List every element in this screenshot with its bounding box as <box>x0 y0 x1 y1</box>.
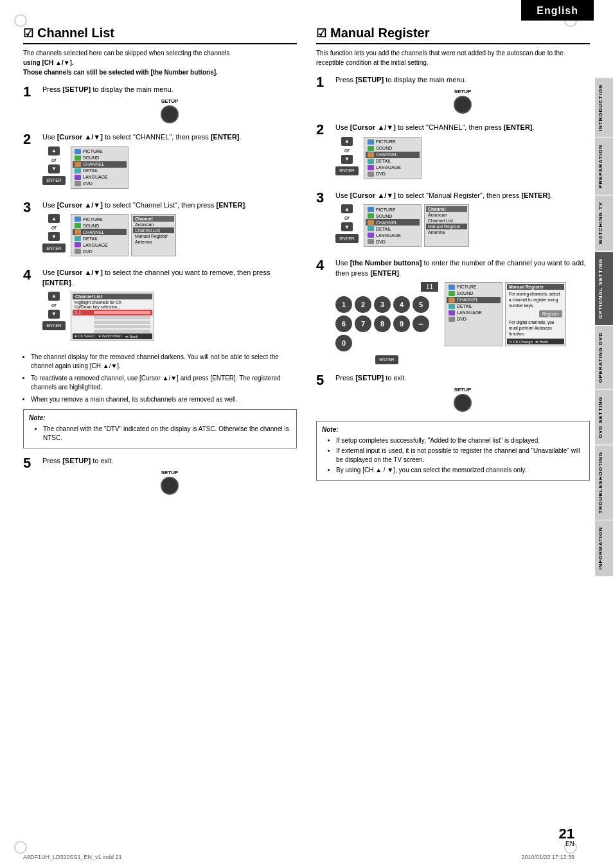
sidebar-item-operating-dvd[interactable]: OPERATING DVD <box>595 325 613 389</box>
step-4-right: 4 Use [the Number buttons] to enter the … <box>316 258 590 364</box>
register-btn-wrap: Register <box>507 310 564 318</box>
m3-language: LANGUAGE <box>73 242 127 248</box>
btn-4[interactable]: 4 <box>393 296 410 313</box>
step-3-left: 3 Use [Cursor ▲/▼] to select "Channel Li… <box>23 200 297 259</box>
btn-5[interactable]: 5 <box>413 296 429 313</box>
note-item-r3: By using [CH ▲ / ▼], you can select the … <box>336 466 584 475</box>
m3-sound: SOUND <box>73 222 127 229</box>
enter-key-2r: ENTER <box>335 166 359 175</box>
enter-key-3: ENTER <box>42 244 66 252</box>
step-4r-content: Use [the Number buttons] to enter the nu… <box>335 258 590 364</box>
nav-cluster-4: ▲ or ▼ ENTER <box>42 292 66 330</box>
step-2-content: Use [Cursor ▲/▼] to select "CHANNEL", th… <box>42 132 297 191</box>
arrow-down-3: ▼ <box>48 232 60 241</box>
ch-row-3 <box>73 320 152 324</box>
btn-1[interactable]: 1 <box>335 296 352 313</box>
step-5r-content: Press [SETUP] to exit. SETUP <box>335 373 590 412</box>
m3-picture: PICTURE <box>73 216 127 222</box>
channel-list-footer: ● Ch Select ● Watch/Skip ⬅ Back <box>73 333 152 339</box>
sidebar-item-introduction[interactable]: INTRODUCTION <box>595 77 613 137</box>
page-footer: A9DF1UH_LD320SS1_EN_v1.indd 21 2010/01/2… <box>23 854 574 860</box>
manual-reg-screen-area: PICTURE SOUND CHANNEL DETAIL LANGUAGE DV… <box>445 282 566 346</box>
step-1-left: 1 Press [SETUP] to display the main menu… <box>23 85 297 123</box>
submenu-antenna-3r: Antenna <box>426 229 467 235</box>
step-4r-illustration: 11 1 2 3 4 5 6 7 8 9 – <box>335 282 590 364</box>
btn-3[interactable]: 3 <box>374 296 391 313</box>
m2r-language: LANGUAGE <box>366 164 420 171</box>
step-2r-illustration: ▲ or ▼ ENTER PICTURE SOUND CHANNEL DETAI… <box>335 137 590 179</box>
setup-label-1r: SETUP <box>454 89 472 94</box>
sidebar-item-optional-setting[interactable]: OPTIONAL SETTING <box>595 251 613 325</box>
detail-icon <box>75 168 81 173</box>
submenu-channellist-3r: Channel List <box>426 218 467 224</box>
menu-screen-4r: PICTURE SOUND CHANNEL DETAIL LANGUAGE DV… <box>445 282 502 346</box>
m3r-picture: PICTURE <box>366 206 420 213</box>
btn-9[interactable]: 9 <box>393 315 410 332</box>
or-label-4: or <box>51 302 57 308</box>
step-3r-screens: PICTURE SOUND CHANNEL DETAIL LANGUAGE DV… <box>364 204 469 247</box>
menu-item-language: LANGUAGE <box>73 174 127 181</box>
step-3-illustration: ▲ or ▼ ENTER PICTURE SOUND CHANNEL DETAI… <box>42 214 297 256</box>
menu-item-dvd: DVD <box>73 181 127 187</box>
ms4r-picture: PICTURE <box>447 284 501 290</box>
sidebar-item-troubleshooting[interactable]: TROUBLESHOOTING <box>595 445 613 520</box>
btn-7[interactable]: 7 <box>355 315 371 332</box>
arrow-down-3r: ▼ <box>341 222 353 231</box>
corner-mark-bl <box>14 841 27 854</box>
setup-button-illustration: SETUP <box>42 98 297 123</box>
sidebar-item-information[interactable]: INFORMATION <box>595 520 613 576</box>
btn-2[interactable]: 2 <box>355 296 371 313</box>
ms4r-language: LANGUAGE <box>447 310 501 316</box>
register-button[interactable]: Register <box>539 310 562 317</box>
nav-cluster-2: ▲ or ▼ ENTER <box>42 146 66 185</box>
step-1-text: Press [SETUP] to display the main menu. <box>42 85 297 94</box>
sound-icon <box>75 155 81 161</box>
manual-reg-footer: ⇅ Ch Change ⬅ Back <box>507 339 564 344</box>
arrow-up-2: ▲ <box>48 146 60 155</box>
enter-key-4: ENTER <box>42 321 66 330</box>
or-label-3: or <box>51 224 57 231</box>
enter-key-2: ENTER <box>42 176 66 185</box>
main-content: ☑ Channel List The channels selected her… <box>23 26 590 504</box>
sidebar-item-dvd-setting[interactable]: DVD SETTING <box>595 389 613 445</box>
m3r-dvd: DVD <box>366 238 420 245</box>
bullet-1: The channel display for the removed chan… <box>31 353 297 371</box>
step-4-illustration: ▲ or ▼ ENTER Channel List Highlight chan… <box>42 292 297 341</box>
enter-key-4r[interactable]: ENTER <box>375 355 398 364</box>
arrow-up-2r: ▲ <box>341 137 353 146</box>
channel-submenu-title-3r: Channel <box>426 206 467 212</box>
channel-list-bullets: The channel display for the removed chan… <box>23 353 297 404</box>
m2r-dvd: DVD <box>366 171 420 177</box>
step-3r-illustration: ▲ or ▼ ENTER PICTURE SOUND CHANNEL DETAI… <box>335 204 590 247</box>
step-number-3r: 3 <box>316 191 330 205</box>
ms4r-detail: DETAIL <box>447 303 501 310</box>
btn-6[interactable]: 6 <box>335 315 352 332</box>
step-number-5-left: 5 <box>23 456 37 470</box>
note-title-right: Note: <box>322 425 584 434</box>
setup-label-5: SETUP <box>161 470 179 475</box>
ch-row-5 <box>73 329 152 333</box>
m3r-channel: CHANNEL <box>366 219 420 226</box>
english-tab: English <box>521 0 594 21</box>
menu-item-channel: CHANNEL <box>73 161 127 168</box>
or-label-2r: or <box>344 147 350 154</box>
step-5-right: 5 Press [SETUP] to exit. SETUP <box>316 373 590 412</box>
m2r-sound: SOUND <box>366 145 420 152</box>
checkmark-icon: ☑ <box>23 26 33 40</box>
bullet-3: When you remove a main channel, its subc… <box>31 395 297 404</box>
step-3-right: 3 Use [Cursor ▲/▼] to select "Manual Reg… <box>316 191 590 249</box>
menu-screen-2: PICTURE SOUND CHANNEL DETAIL LANGUAGE <box>71 146 129 189</box>
m3r-language: LANGUAGE <box>366 232 420 238</box>
setup-btn-1r: SETUP <box>335 89 590 114</box>
submenu-manualreg-3r: Manual Register <box>426 224 467 229</box>
btn-8[interactable]: 8 <box>374 315 391 332</box>
btn-dash[interactable]: – <box>413 315 429 332</box>
note-title-left: Note: <box>29 414 291 423</box>
manual-register-section: ☑ Manual Register This function lets you… <box>316 26 590 504</box>
arrow-down-4: ▼ <box>48 310 60 319</box>
sidebar-item-preparation[interactable]: PREPARATION <box>595 137 613 195</box>
step-5-left: 5 Press [SETUP] to exit. SETUP <box>23 456 297 495</box>
sidebar-item-watching-tv[interactable]: WATCHING TV <box>595 195 613 251</box>
step-number-5r: 5 <box>316 373 330 387</box>
btn-0[interactable]: 0 <box>335 335 352 351</box>
